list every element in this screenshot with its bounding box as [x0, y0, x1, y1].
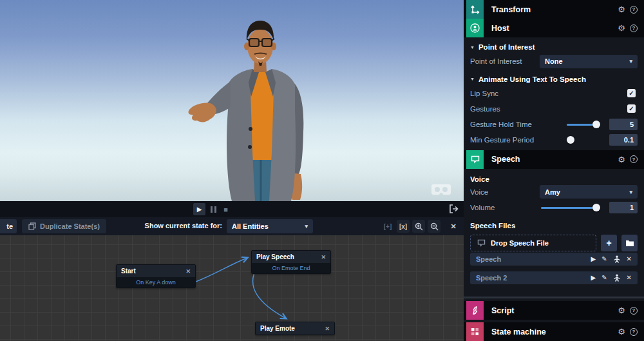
host-ear: [244, 43, 249, 50]
chevron-down-icon: ▾: [629, 58, 632, 64]
node-close-icon[interactable]: ✕: [325, 326, 330, 332]
component-header-state-machine[interactable]: State machine ⚙ ?: [464, 322, 644, 341]
duplicate-icon: [28, 222, 36, 230]
edit-speech-icon[interactable]: ✎: [601, 275, 607, 281]
edit-speech-icon[interactable]: ✎: [601, 256, 607, 262]
gestures-checkbox[interactable]: ✓: [627, 104, 636, 113]
zoom-out-icon[interactable]: [428, 220, 440, 233]
gestures-row: Gestures ✓: [464, 101, 644, 117]
partial-state-button[interactable]: te: [0, 219, 17, 233]
host-hand-left: [189, 102, 216, 122]
section-point-of-interest[interactable]: ▼ Point of Interest: [464, 37, 644, 54]
transition-edges: [0, 235, 464, 341]
host-jacket-button: [248, 145, 252, 149]
component-header-script[interactable]: Script ⚙ ?: [464, 301, 644, 320]
help-icon[interactable]: ?: [630, 24, 638, 32]
state-node-play-speech[interactable]: Play Speech ✕ On Emote End: [251, 250, 331, 274]
host-icon: [466, 19, 484, 37]
fit-selection-icon[interactable]: [+]: [381, 220, 394, 233]
state-node-play-emote[interactable]: Play Emote ✕: [255, 322, 335, 335]
volume-value[interactable]: 1: [609, 202, 638, 213]
speech-file-item[interactable]: Speech 2 ▶ ✎ ✕: [470, 271, 638, 284]
component-title: Script: [491, 306, 514, 315]
gear-icon[interactable]: ⚙: [618, 327, 625, 336]
gear-icon[interactable]: ⚙: [618, 155, 625, 164]
app-window: ▶ ■ te Duplicate State(s) Show current s…: [0, 0, 644, 341]
check-icon: ✓: [629, 90, 634, 97]
help-icon[interactable]: ?: [630, 307, 638, 315]
zoom-in-icon[interactable]: [412, 220, 425, 233]
voice-row: Voice Amy ▾: [464, 184, 644, 200]
gesture-hold-value[interactable]: 5: [609, 119, 638, 130]
speech-file-controls: Drop Speech File +: [464, 231, 644, 253]
entities-dropdown-value: All Entities: [232, 222, 269, 230]
collapse-arrow-icon: ▼: [470, 77, 475, 81]
host-character[interactable]: [187, 0, 322, 201]
gear-icon[interactable]: ⚙: [618, 24, 625, 32]
volume-slider[interactable]: [541, 204, 600, 211]
drop-zone-label: Drop Speech File: [491, 239, 549, 247]
node-title: Start: [121, 268, 136, 275]
stop-button[interactable]: ■: [220, 203, 232, 215]
speech-file-item[interactable]: Speech ▶ ✎ ✕: [470, 253, 638, 266]
voice-dropdown-value: Amy: [545, 188, 560, 196]
gesture-hold-label: Gesture Hold Time: [470, 121, 567, 128]
node-transition[interactable]: On Emote End: [252, 263, 330, 273]
vr-mode-icon[interactable]: [431, 183, 451, 196]
play-speech-icon[interactable]: ▶: [591, 275, 596, 281]
duplicate-states-label: Duplicate State(s): [40, 222, 100, 230]
help-icon[interactable]: ?: [630, 6, 638, 14]
script-icon: [466, 301, 484, 320]
duplicate-states-button[interactable]: Duplicate State(s): [22, 219, 106, 233]
help-icon[interactable]: ?: [630, 328, 638, 336]
component-header-speech[interactable]: Speech ⚙ ?: [464, 150, 644, 169]
graph-view-controls: [+] [x] ✕: [381, 219, 460, 233]
volume-row: Volume 1: [464, 200, 644, 215]
drop-speech-file-zone[interactable]: Drop Speech File: [470, 235, 596, 251]
play-button[interactable]: ▶: [193, 203, 205, 215]
min-gesture-value[interactable]: 0.1: [609, 134, 638, 146]
add-speech-button[interactable]: +: [601, 235, 617, 251]
section-title: Point of Interest: [478, 43, 535, 51]
slider-thumb[interactable]: [592, 121, 600, 128]
remove-speech-icon[interactable]: ✕: [627, 275, 632, 281]
min-gesture-slider[interactable]: [567, 136, 600, 144]
fit-all-icon[interactable]: [x]: [397, 220, 410, 233]
node-transition[interactable]: On Key A down: [117, 277, 195, 287]
gesture-mark-icon[interactable]: [613, 274, 621, 282]
voice-dropdown[interactable]: Amy ▾: [540, 185, 638, 199]
chevron-down-icon: ▾: [305, 223, 308, 229]
poi-dropdown[interactable]: None ▾: [540, 55, 638, 68]
help-icon[interactable]: ?: [630, 155, 638, 163]
close-graph-icon[interactable]: ✕: [447, 220, 460, 233]
play-speech-icon[interactable]: ▶: [591, 256, 596, 262]
entities-dropdown[interactable]: All Entities ▾: [227, 219, 313, 233]
min-gesture-label: Min Gesture Period: [470, 136, 567, 144]
pop-out-icon[interactable]: [449, 204, 459, 213]
gesture-hold-slider[interactable]: [567, 121, 600, 128]
pause-button[interactable]: [207, 203, 220, 215]
state-node-start[interactable]: Start ✕ On Key A down: [116, 264, 196, 288]
poi-dropdown-value: None: [545, 57, 563, 65]
show-current-state-label: Show current state for:: [145, 222, 222, 229]
poi-label: Point of Interest: [470, 57, 540, 65]
gear-icon[interactable]: ⚙: [618, 5, 625, 14]
gestures-label: Gestures: [470, 105, 627, 113]
component-header-transform[interactable]: Transform ⚙ ?: [464, 0, 644, 19]
browse-files-button[interactable]: [621, 235, 638, 251]
state-machine-icon: [466, 322, 484, 341]
node-close-icon[interactable]: ✕: [185, 268, 191, 275]
component-header-host[interactable]: Host ⚙ ?: [464, 19, 644, 37]
gesture-hold-row: Gesture Hold Time 5: [464, 117, 644, 132]
lip-sync-checkbox[interactable]: ✓: [627, 89, 636, 97]
scene-viewport[interactable]: [0, 0, 464, 201]
slider-thumb[interactable]: [567, 136, 574, 144]
component-title: Transform: [491, 5, 531, 14]
slider-thumb[interactable]: [592, 204, 600, 211]
node-close-icon[interactable]: ✕: [321, 254, 326, 260]
state-machine-canvas[interactable]: Start ✕ On Key A down Play Speech ✕ On E…: [0, 235, 464, 341]
gear-icon[interactable]: ⚙: [618, 306, 625, 315]
gesture-mark-icon[interactable]: [613, 255, 621, 263]
remove-speech-icon[interactable]: ✕: [627, 256, 632, 262]
section-animate-tts[interactable]: ▼ Animate Using Text To Speech: [464, 70, 644, 86]
